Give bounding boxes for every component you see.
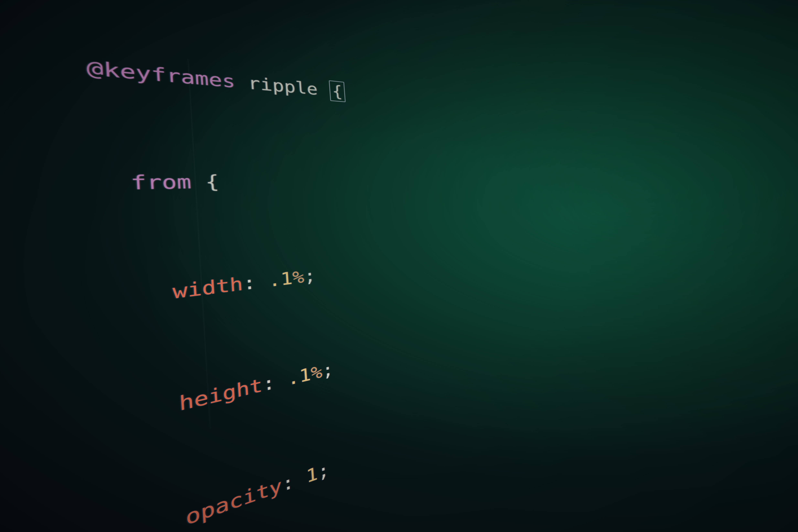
token-property: opacity <box>185 475 283 530</box>
token-open-brace-matched: { <box>329 80 346 102</box>
token-semicolon: ; <box>303 266 316 286</box>
token-keyword-from: from <box>130 171 192 194</box>
code-line-at-rule: @keyframes ripple { <box>0 0 479 141</box>
token-unit: % <box>310 361 323 384</box>
token-property: width <box>172 273 244 303</box>
code-editor[interactable]: 43 44 45 46 47 48 49 50 51 52 53 54 @key… <box>0 0 556 532</box>
token-semicolon: ; <box>322 359 334 381</box>
token-number: 1 <box>305 463 319 487</box>
token-colon: : <box>242 272 256 294</box>
token-animation-name: ripple <box>247 73 318 99</box>
editor-perspective: 43 44 45 46 47 48 49 50 51 52 53 54 @key… <box>0 0 798 532</box>
token-unit: % <box>292 267 305 288</box>
token-colon: : <box>281 471 295 496</box>
token-open-brace: { <box>205 171 220 192</box>
code-content[interactable]: @keyframes ripple { from { width: .1%; h… <box>0 0 556 532</box>
token-number: .1 <box>268 268 293 291</box>
token-at-rule: @keyframes <box>86 56 236 92</box>
token-property: height <box>178 374 263 415</box>
token-semicolon: ; <box>317 459 330 483</box>
token-number: .1 <box>287 364 311 390</box>
token-colon: : <box>262 372 276 395</box>
